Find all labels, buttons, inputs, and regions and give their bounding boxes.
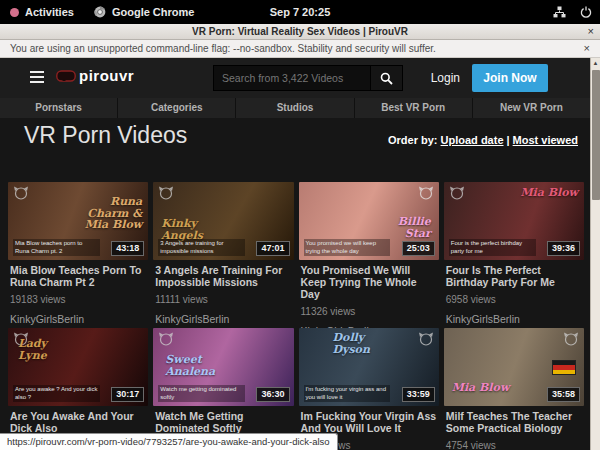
window-title-bar: VR Porn: Virtual Reality Sex Videos | Pi… <box>0 24 600 40</box>
video-studio-link[interactable]: KinkyGirlsBerlin <box>444 313 584 325</box>
order-by-label: Order by: <box>388 134 438 146</box>
thumbnail-caption: Mia Blow teaches porn to Runa Charm pt. … <box>13 239 100 256</box>
video-thumbnail[interactable]: Dolly Dyson I'm fucking your virgin ass … <box>299 328 439 406</box>
vr-goggles-icon <box>56 70 76 82</box>
thumbnail-caption: 3 Angels are training for impossible mis… <box>158 239 245 256</box>
video-card[interactable]: Sweet Analena Watch me getting dominated… <box>153 328 293 450</box>
site-header: pirouvr Login Join Now <box>0 58 590 98</box>
order-link-upload-date[interactable]: Upload date <box>441 134 504 146</box>
warning-close-icon[interactable]: × <box>584 40 590 57</box>
video-duration: 30:17 <box>111 387 144 402</box>
login-link[interactable]: Login <box>431 58 460 98</box>
video-duration: 33:59 <box>402 387 435 402</box>
site-logo[interactable]: pirouvr <box>56 67 134 84</box>
cat-mask-logo-icon <box>158 332 174 346</box>
nav-item-best-vr-porn[interactable]: Best VR Porn <box>355 98 473 118</box>
cat-mask-logo-icon <box>449 186 465 200</box>
search-icon <box>380 72 393 85</box>
video-views: 11111 views <box>153 294 293 305</box>
scrollbar[interactable]: ▲ <box>590 58 600 450</box>
video-views: 6958 views <box>444 294 584 305</box>
browser-viewport: pirouvr Login Join Now Pornstars Categor… <box>0 58 600 450</box>
thumbnail-overlay-title: Sweet Analena <box>165 354 235 377</box>
video-thumbnail[interactable]: Mia Blow 35:58 <box>444 328 584 406</box>
video-title[interactable]: Milf Teaches The Teacher Some Practical … <box>444 410 584 434</box>
window-title: VR Porn: Virtual Reality Sex Videos | Pi… <box>0 24 600 39</box>
video-thumbnail[interactable]: Kinky Angels 3 Angels are training for i… <box>153 182 293 260</box>
video-views: 4754 views <box>444 440 584 450</box>
video-thumbnail[interactable]: Runa Charm & Mia Blow Mia Blow teaches p… <box>8 182 148 260</box>
video-duration: 43:18 <box>111 241 144 256</box>
thumbnail-caption: I'm fucking your virgin ass and you will… <box>304 385 391 402</box>
cat-mask-logo-icon <box>418 332 434 346</box>
power-icon[interactable] <box>580 6 592 18</box>
video-card[interactable]: Runa Charm & Mia Blow Mia Blow teaches p… <box>8 182 148 327</box>
thumbnail-caption: You promised we will keep trying the who… <box>304 239 391 256</box>
order-separator: | <box>507 134 510 146</box>
search-button[interactable] <box>371 65 403 91</box>
order-by-controls: Order by: Upload date|Most viewed <box>388 134 578 146</box>
cat-mask-logo-icon <box>158 186 174 200</box>
page-title: VR Porn Videos <box>24 122 187 149</box>
video-card[interactable]: Mia Blow Four is the perfect birthday pa… <box>444 182 584 327</box>
video-views: 11326 views <box>299 306 439 317</box>
video-duration: 35:58 <box>547 387 580 402</box>
video-duration: 39:36 <box>547 241 580 256</box>
thumbnail-overlay-title: Mia Blow <box>452 382 512 394</box>
scrollbar-thumb[interactable] <box>592 70 600 200</box>
video-studio-link[interactable]: KinkyGirlsBerlin <box>153 313 293 325</box>
video-thumbnail[interactable]: Mia Blow Four is the perfect birthday pa… <box>444 182 584 260</box>
network-tree-icon[interactable] <box>553 6 566 18</box>
video-card[interactable]: Lady Lyne Are you awake ? And your dick … <box>8 328 148 450</box>
cat-mask-logo-icon <box>563 332 579 346</box>
thumbnail-overlay-title: Mia Blow <box>518 187 578 199</box>
join-now-button[interactable]: Join Now <box>472 64 548 92</box>
search-input[interactable] <box>213 65 371 91</box>
video-title[interactable]: Mia Blow Teaches Porn To Runa Charm Pt 2 <box>8 264 148 288</box>
cat-mask-logo-icon <box>13 332 29 346</box>
video-views: 19183 views <box>8 294 148 305</box>
video-title[interactable]: Watch Me Getting Dominated Softly <box>153 410 293 434</box>
video-duration: 47:01 <box>256 241 289 256</box>
clock[interactable]: Sep 7 20:25 <box>0 0 600 24</box>
video-title[interactable]: Im Fucking Your Virgin Ass And You Will … <box>299 410 439 434</box>
thumbnail-caption: Watch me getting dominated softly <box>158 385 245 402</box>
video-card[interactable]: Billie Star You promised we will keep tr… <box>299 182 439 327</box>
order-link-most-viewed[interactable]: Most viewed <box>513 134 578 146</box>
video-title[interactable]: 3 Angels Are Training For Impossible Mis… <box>153 264 293 288</box>
video-thumbnail[interactable]: Sweet Analena Watch me getting dominated… <box>153 328 293 406</box>
video-title[interactable]: You Promised We Will Keep Trying The Who… <box>299 264 439 300</box>
video-duration: 25:03 <box>402 241 435 256</box>
nav-item-new-vr-porn[interactable]: New VR Porn <box>473 98 590 118</box>
thumbnail-caption: Four is the perfect birthday party for m… <box>449 239 536 256</box>
window-close-icon[interactable]: × <box>588 24 594 39</box>
thumbnail-overlay-title: Billie Star <box>371 216 431 239</box>
chrome-warning-bar: You are using an unsupported command-lin… <box>0 40 600 58</box>
thumbnail-overlay-title: Kinky Angels <box>161 218 221 241</box>
cat-mask-logo-icon <box>418 186 434 200</box>
video-duration: 36:30 <box>256 387 289 402</box>
thumbnail-overlay-title: Runa Charm & Mia Blow <box>72 196 142 231</box>
thumbnail-caption: Are you awake ? And your dick also ? <box>13 385 100 402</box>
nav-item-studios[interactable]: Studios <box>236 98 354 118</box>
nav-item-categories[interactable]: Categories <box>118 98 236 118</box>
search-bar <box>213 65 403 91</box>
video-studio-link[interactable]: KinkyGirlsBerlin <box>8 313 148 325</box>
link-preview-status-bar: https://pirouvr.com/vr-porn-video/779325… <box>0 433 338 450</box>
menu-hamburger-icon[interactable] <box>30 71 44 86</box>
video-thumbnail[interactable]: Billie Star You promised we will keep tr… <box>299 182 439 260</box>
video-title[interactable]: Are You Awake And Your Dick Also <box>8 410 148 434</box>
scrollbar-up-arrow-icon[interactable]: ▲ <box>591 58 600 68</box>
nav-item-pornstars[interactable]: Pornstars <box>0 98 118 118</box>
video-card[interactable]: Kinky Angels 3 Angels are training for i… <box>153 182 293 327</box>
main-nav: Pornstars Categories Studios Best VR Por… <box>0 98 590 118</box>
system-top-bar: Activities Google Chrome Sep 7 20:25 <box>0 0 600 24</box>
thumbnail-overlay-title: Dolly Dyson <box>333 332 403 355</box>
warning-text: You are using an unsupported command-lin… <box>10 40 436 57</box>
site-logo-text: pirouvr <box>79 67 134 84</box>
video-thumbnail[interactable]: Lady Lyne Are you awake ? And your dick … <box>8 328 148 406</box>
video-card[interactable]: Mia Blow 35:58 Milf Teaches The Teacher … <box>444 328 584 450</box>
video-title[interactable]: Four Is The Perfect Birthday Party For M… <box>444 264 584 288</box>
video-card[interactable]: Dolly Dyson I'm fucking your virgin ass … <box>299 328 439 450</box>
cat-mask-logo-icon <box>13 186 29 200</box>
